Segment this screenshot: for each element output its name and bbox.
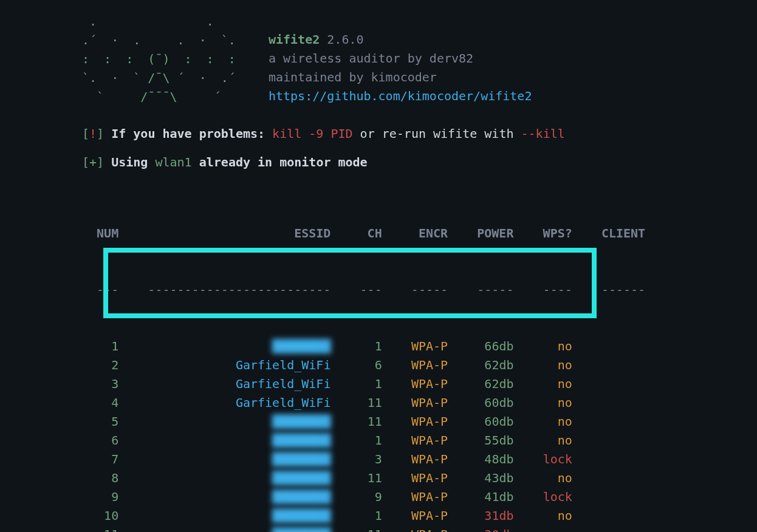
row-power: 62db [462,377,513,391]
row-channel: 1 [346,433,382,448]
or-rerun: or re-run wifite with [360,126,514,141]
row-client [587,452,645,466]
row-client [587,358,645,372]
network-table: NUM ESSID CH ENCR POWER WPS? CLIENT --- … [82,186,757,532]
row-client [587,471,645,485]
row-wps: no [529,395,572,410]
row-encryption: WPA-P [397,339,448,353]
row-essid: ████████ [133,452,331,466]
row-num: 3 [82,377,118,391]
table-row[interactable]: 7 ████████ 3 WPA-P 48db lock [82,450,757,469]
kill-cmd: kill -9 PID [272,126,352,141]
bang-icon: ! [89,126,97,141]
row-channel: 6 [346,358,382,372]
row-power: 30db [462,527,513,532]
table-divider-row: --- ------------------------- --- ----- … [82,281,757,299]
row-power: 31db [462,508,513,523]
interface-line: [+] Using wlan1 already in monitor mode [82,153,757,172]
row-encryption: WPA-P [397,527,448,532]
row-num: 6 [82,433,118,448]
app-meta: wifite2 2.6.0 a wireless auditor by derv… [269,30,532,106]
row-wps: yes [529,527,572,532]
already-label: already in monitor mode [199,155,368,169]
row-channel: 1 [346,339,382,353]
table-row[interactable]: 5 ████████ 11 WPA-P 60db no [82,412,757,431]
table-row[interactable]: 1 ████████ 1 WPA-P 66db no [82,337,757,356]
plus-icon: + [89,155,97,169]
row-num: 11 [82,527,118,532]
app-version: 2.6.0 [327,32,363,47]
row-client [587,339,645,353]
row-wps: no [529,377,572,391]
row-encryption: WPA-P [397,358,448,372]
row-client [587,414,645,429]
row-essid: ████████ [133,489,331,504]
row-client [587,527,645,532]
row-channel: 11 [346,471,382,485]
row-power: 43db [462,471,513,485]
row-wps: no [529,339,572,353]
row-essid: Garfield_WiFi [133,358,331,372]
app-name: wifite2 [269,32,320,47]
kill-flag: --kill [521,126,565,141]
row-essid: ████████ [133,471,331,485]
row-encryption: WPA-P [397,489,448,504]
row-channel: 1 [346,508,382,523]
table-row[interactable]: 4 Garfield_WiFi 11 WPA-P 60db no [82,394,757,412]
row-power: 62db [462,358,513,372]
row-num: 7 [82,452,118,466]
row-power: 48db [462,452,513,466]
table-row[interactable]: 2 Garfield_WiFi 6 WPA-P 62db no [82,356,757,375]
row-num: 4 [82,395,118,410]
row-essid: Garfield_WiFi [133,377,331,391]
table-row[interactable]: 6 ████████ 1 WPA-P 55db no [82,431,757,450]
row-essid: ████████ [133,339,331,353]
row-encryption: WPA-P [397,452,448,466]
using-label: Using [111,155,148,169]
row-channel: 9 [346,489,382,504]
terminal-screen: . . .´ · . . · `. : : : (¯) : : : `. · `… [0,0,757,532]
interface-name: wlan1 [155,155,191,169]
row-client [587,508,645,523]
row-encryption: WPA-P [397,433,448,448]
row-encryption: WPA-P [397,395,448,410]
table-row[interactable]: 11 ████████ 11 WPA-P 30db yes [82,525,757,532]
table-row[interactable]: 8 ████████ 11 WPA-P 43db no [82,469,757,488]
row-power: 55db [462,433,513,448]
row-essid: ████████ [133,414,331,429]
row-num: 1 [82,339,118,353]
row-wps: lock [529,489,572,504]
app-url[interactable]: https://github.com/kimocoder/wifite2 [269,89,532,103]
row-client [587,489,645,504]
row-wps: no [529,433,572,448]
row-num: 10 [82,508,118,523]
ascii-logo: . . .´ · . . · `. : : : (¯) : : : `. · `… [82,12,250,106]
table-header-row: NUM ESSID CH ENCR POWER WPS? CLIENT [82,224,757,243]
row-encryption: WPA-P [397,377,448,391]
row-wps: lock [529,452,572,466]
table-row[interactable]: 9 ████████ 9 WPA-P 41db lock [82,488,757,506]
row-power: 60db [462,395,513,410]
row-num: 2 [82,358,118,372]
row-essid: Garfield_WiFi [133,395,331,410]
table-row[interactable]: 10 ████████ 1 WPA-P 31db no [82,506,757,525]
row-client [587,433,645,448]
row-power: 66db [462,339,513,353]
row-power: 60db [462,414,513,429]
row-channel: 1 [346,377,382,391]
row-channel: 3 [346,452,382,466]
row-power: 41db [462,489,513,504]
table-row[interactable]: 3 Garfield_WiFi 1 WPA-P 62db no [82,375,757,394]
row-wps: no [529,358,572,372]
row-num: 8 [82,471,118,485]
row-channel: 11 [346,527,382,532]
row-num: 5 [82,414,118,429]
row-encryption: WPA-P [397,508,448,523]
warning-line: [!] If you have problems: kill -9 PID or… [82,124,757,143]
row-channel: 11 [346,414,382,429]
row-essid: ████████ [133,508,331,523]
row-wps: no [529,471,572,485]
row-channel: 11 [346,395,382,410]
row-essid: ████████ [133,527,331,532]
row-essid: ████████ [133,433,331,448]
